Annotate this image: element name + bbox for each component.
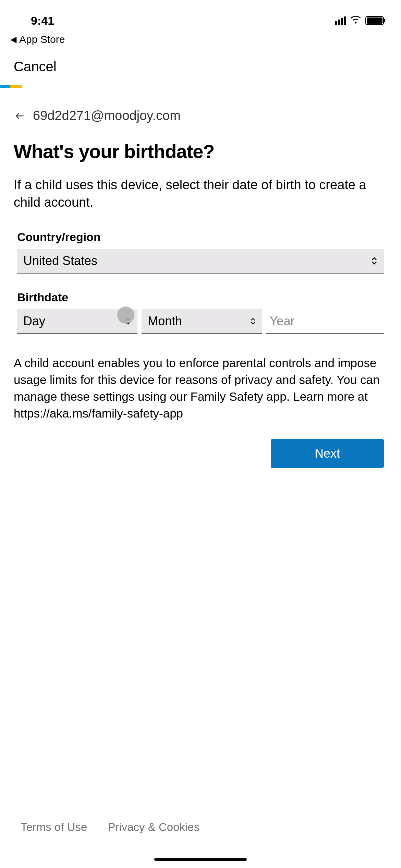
footer-links: Terms of Use Privacy & Cookies: [0, 821, 401, 834]
country-label: Country/region: [17, 230, 384, 244]
main-content: 69d2d271@moodjoy.com What's your birthda…: [0, 88, 401, 468]
progress-segment-blue: [0, 85, 10, 88]
birthdate-row: Day Month Year: [17, 309, 384, 334]
account-email: 69d2d271@moodjoy.com: [33, 108, 181, 123]
app-store-back[interactable]: ◀ App Store: [0, 31, 401, 52]
back-caret-icon: ◀: [10, 35, 16, 44]
terms-link[interactable]: Terms of Use: [21, 821, 87, 834]
chevron-updown-icon: [250, 317, 256, 325]
home-indicator[interactable]: [154, 858, 247, 861]
cellular-signal-icon: [335, 16, 346, 25]
country-value: United States: [23, 254, 97, 268]
status-time: 9:41: [31, 14, 54, 27]
status-bar: 9:41: [0, 0, 401, 31]
country-select[interactable]: United States: [17, 249, 384, 274]
privacy-link[interactable]: Privacy & Cookies: [108, 821, 199, 834]
email-back-row[interactable]: 69d2d271@moodjoy.com: [14, 108, 387, 123]
progress-segment-orange: [10, 85, 22, 88]
back-label: App Store: [19, 34, 65, 45]
touch-indicator: [117, 306, 134, 324]
birthdate-label: Birthdate: [17, 291, 384, 304]
cancel-button[interactable]: Cancel: [14, 59, 57, 74]
next-button[interactable]: Next: [271, 439, 384, 468]
cancel-row: Cancel: [0, 52, 401, 85]
month-select[interactable]: Month: [142, 309, 262, 334]
help-text: A child account enables you to enforce p…: [14, 354, 387, 422]
page-title: What's your birthdate?: [14, 140, 387, 162]
year-input[interactable]: Year: [266, 309, 384, 334]
next-row: Next: [14, 439, 387, 468]
month-value: Month: [148, 314, 182, 328]
page-subtitle: If a child uses this device, select thei…: [14, 176, 387, 212]
wifi-icon: [350, 14, 361, 27]
battery-icon: [365, 16, 384, 25]
form-section: Country/region United States Birthdate D…: [14, 230, 387, 334]
arrow-left-icon: [14, 110, 26, 122]
day-value: Day: [23, 314, 45, 328]
chevron-updown-icon: [371, 256, 378, 265]
year-placeholder: Year: [270, 314, 295, 328]
status-icons: [335, 14, 384, 27]
progress-bar: [0, 85, 401, 88]
